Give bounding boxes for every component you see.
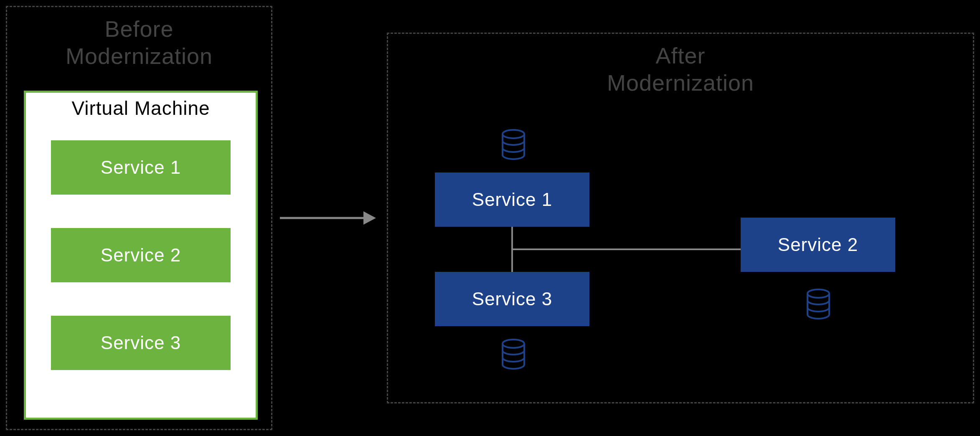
after-title-line2: Modernization xyxy=(607,70,754,95)
after-service-2: Service 2 xyxy=(741,218,895,272)
before-title-line1: Before xyxy=(104,16,173,41)
arrow-icon xyxy=(280,205,376,231)
virtual-machine-title: Virtual Machine xyxy=(26,97,256,119)
before-service-1: Service 1 xyxy=(51,140,231,195)
before-service-2: Service 2 xyxy=(51,228,231,282)
svg-point-6 xyxy=(807,289,829,298)
before-title: Before Modernization xyxy=(7,7,271,82)
svg-point-5 xyxy=(503,340,524,348)
before-modernization-panel: Before Modernization Virtual Machine Ser… xyxy=(6,6,272,430)
svg-marker-1 xyxy=(363,211,376,225)
before-title-line2: Modernization xyxy=(66,43,213,68)
after-title: After Modernization xyxy=(388,34,973,109)
after-service-3: Service 3 xyxy=(435,272,589,326)
after-modernization-panel: After Modernization Service 1 Service 3 … xyxy=(387,33,974,403)
database-icon xyxy=(806,289,831,321)
database-icon xyxy=(501,339,526,371)
after-title-line1: After xyxy=(655,43,705,68)
database-icon xyxy=(501,129,526,162)
svg-point-4 xyxy=(503,130,524,138)
virtual-machine-box: Virtual Machine Service 1 Service 2 Serv… xyxy=(24,91,258,420)
after-service-1: Service 1 xyxy=(435,172,589,227)
before-service-3: Service 3 xyxy=(51,316,231,370)
